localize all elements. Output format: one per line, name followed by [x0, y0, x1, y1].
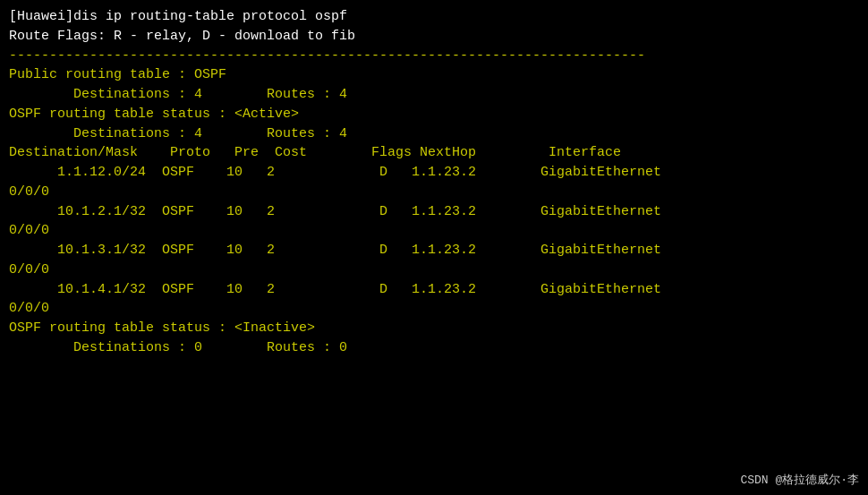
terminal-line-4: Destinations : 4 Routes : 4: [9, 85, 859, 105]
terminal-line-12: 0/0/0: [9, 183, 859, 202]
terminal-line-16: 0/0/0: [9, 260, 859, 280]
terminal-line-7: Destinations : 4 Routes : 4: [9, 124, 859, 144]
watermark: CSDN @格拉德威尔·李: [740, 472, 859, 488]
terminal-line-20: OSPF routing table status : <Inactive>: [9, 319, 859, 338]
terminal-line-2: ----------------------------------------…: [9, 47, 859, 66]
terminal-line-21: Destinations : 0 Routes : 0: [9, 338, 859, 358]
terminal-line-18: 0/0/0: [9, 299, 859, 319]
terminal-line-17: 10.1.4.1/32 OSPF 10 2 D 1.1.23.2 Gigabit…: [9, 280, 859, 300]
terminal-line-1: Route Flags: R - relay, D - download to …: [9, 27, 859, 47]
terminal-line-15: 10.1.3.1/32 OSPF 10 2 D 1.1.23.2 Gigabit…: [9, 241, 859, 260]
terminal-window: [Huawei]dis ip routing-table protocol os…: [0, 0, 868, 495]
terminal-line-0: [Huawei]dis ip routing-table protocol os…: [9, 7, 859, 27]
terminal-line-11: 1.1.12.0/24 OSPF 10 2 D 1.1.23.2 Gigabit…: [9, 163, 859, 183]
terminal-line-14: 0/0/0: [9, 221, 859, 241]
terminal-line-3: Public routing table : OSPF: [9, 65, 859, 85]
terminal-line-9: Destination/Mask Proto Pre Cost Flags Ne…: [9, 143, 859, 163]
terminal-line-6: OSPF routing table status : <Active>: [9, 105, 859, 124]
terminal-line-13: 10.1.2.1/32 OSPF 10 2 D 1.1.23.2 Gigabit…: [9, 202, 859, 222]
